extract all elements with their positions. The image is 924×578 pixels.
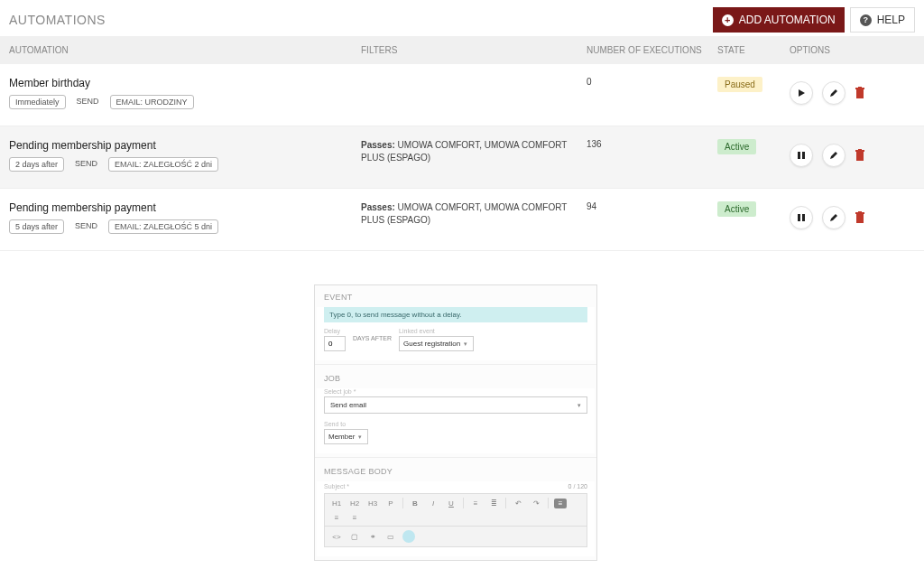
mail-chip: EMAIL: ZALEGŁOŚĆ 5 dni	[108, 219, 218, 234]
edit-button[interactable]	[822, 81, 845, 105]
status-badge: Active	[717, 201, 756, 217]
subject-count: 0 / 120	[568, 483, 587, 489]
edit-button[interactable]	[822, 144, 845, 167]
delay-input[interactable]	[324, 336, 346, 351]
svg-rect-1	[856, 89, 864, 98]
add-automation-label: ADD AUTOMATION	[739, 14, 836, 26]
status-badge: Paused	[717, 77, 762, 92]
linked-event-value: Guest registration	[403, 340, 460, 348]
svg-rect-3	[858, 87, 862, 88]
event-section-title: EVENT	[315, 285, 596, 307]
linked-event-select[interactable]: Guest registration ▾	[399, 336, 474, 351]
send-to-value: Member	[328, 433, 355, 441]
linked-event-label: Linked event	[399, 328, 474, 334]
delay-chip: Immediately	[9, 95, 66, 109]
align-center-button[interactable]: ≡	[330, 514, 343, 522]
filters-label: Passes:	[361, 140, 395, 150]
editor-toolbar-2: <> ▢ ⚭ ▭	[324, 527, 587, 547]
redo-button[interactable]: ↷	[530, 499, 542, 508]
underline-button[interactable]: U	[445, 499, 457, 508]
days-after-label: DAYS AFTER	[353, 335, 392, 344]
executions-cell: 94	[587, 201, 717, 234]
mail-chip: EMAIL: ZALEGŁOŚĆ 2 dni	[108, 157, 218, 172]
h1-button[interactable]: H1	[330, 499, 343, 508]
job-section-title: JOB	[315, 367, 596, 388]
select-job-value: Send email	[330, 401, 366, 409]
svg-rect-8	[858, 149, 862, 150]
trash-icon	[855, 87, 865, 99]
help-button[interactable]: ? HELP	[850, 7, 915, 33]
delay-label: Delay	[324, 328, 346, 334]
table-row: Pending membership payment 5 days after …	[0, 189, 924, 251]
play-icon	[797, 89, 806, 98]
send-chip: SEND	[69, 157, 103, 172]
svg-rect-4	[798, 152, 800, 159]
align-left-button[interactable]: ≡	[554, 499, 567, 508]
delete-button[interactable]	[855, 87, 865, 99]
plus-icon: +	[722, 14, 734, 26]
send-chip: SEND	[71, 95, 105, 109]
delete-button[interactable]	[855, 149, 865, 162]
col-header-automation: AUTOMATION	[9, 45, 361, 55]
insert-variable-button[interactable]	[402, 530, 415, 543]
question-icon: ?	[860, 14, 872, 26]
pause-button[interactable]	[790, 206, 813, 229]
svg-marker-0	[799, 89, 805, 97]
select-job-label: Select job *	[324, 388, 587, 395]
event-hint: Type 0, to send message without a delay.	[324, 307, 587, 322]
send-to-select[interactable]: Member ▾	[324, 429, 368, 444]
col-header-options: OPTIONS	[790, 45, 898, 55]
code-button[interactable]: <>	[330, 533, 343, 541]
delay-chip: 2 days after	[9, 157, 64, 172]
svg-rect-12	[855, 212, 864, 214]
h3-button[interactable]: H3	[366, 499, 379, 508]
play-button[interactable]	[790, 81, 813, 105]
edit-button[interactable]	[822, 206, 845, 229]
delay-chip: 5 days after	[9, 219, 64, 234]
image-button[interactable]: ▢	[348, 533, 361, 541]
video-button[interactable]: ▭	[384, 533, 397, 541]
trash-icon	[855, 149, 865, 162]
undo-button[interactable]: ↶	[512, 499, 524, 508]
list-ul-button[interactable]: ≡	[469, 499, 482, 508]
table-row: Pending membership payment 2 days after …	[0, 126, 924, 189]
list-ol-button[interactable]: ≣	[487, 499, 500, 508]
filters-cell: Passes: UMOWA COMFORT, UMOWA COMFORT PLU…	[361, 139, 587, 172]
chevron-down-icon: ▾	[578, 402, 581, 409]
pencil-icon	[829, 213, 838, 222]
italic-button[interactable]: I	[427, 499, 439, 508]
add-automation-button[interactable]: + ADD AUTOMATION	[713, 7, 845, 33]
bold-button[interactable]: B	[409, 499, 421, 508]
trash-icon	[855, 211, 865, 224]
svg-rect-7	[855, 150, 864, 152]
table-header: AUTOMATION FILTERS NUMBER OF EXECUTIONS …	[0, 36, 924, 64]
pause-icon	[797, 213, 806, 222]
p-button[interactable]: P	[384, 499, 397, 508]
link-button[interactable]: ⚭	[366, 533, 379, 541]
filters-cell	[361, 77, 587, 109]
svg-rect-9	[798, 214, 800, 221]
delete-button[interactable]	[855, 211, 865, 224]
subject-label: Subject *	[324, 483, 349, 489]
svg-rect-2	[855, 88, 864, 89]
message-section-title: MESSAGE BODY	[315, 460, 596, 481]
svg-rect-13	[858, 211, 862, 212]
editor-toolbar: H1 H2 H3 P B I U ≡ ≣ ↶ ↷ ≡ ≡ ≡	[324, 493, 587, 527]
page-title: AUTOMATIONS	[9, 13, 106, 27]
pause-button[interactable]	[790, 144, 813, 167]
pause-icon	[797, 151, 806, 160]
chevron-down-icon: ▾	[464, 340, 467, 348]
svg-rect-11	[856, 214, 864, 223]
col-header-executions: NUMBER OF EXECUTIONS	[587, 45, 717, 55]
svg-rect-5	[802, 152, 805, 159]
filters-label: Passes:	[361, 202, 395, 212]
h2-button[interactable]: H2	[348, 499, 361, 508]
status-badge: Active	[717, 139, 756, 154]
col-header-filters: FILTERS	[361, 45, 587, 55]
chevron-down-icon: ▾	[358, 434, 362, 441]
select-job-select[interactable]: Send email ▾	[324, 396, 587, 414]
pencil-icon	[829, 151, 838, 160]
help-label: HELP	[877, 14, 905, 26]
align-right-button[interactable]: ≡	[348, 514, 361, 522]
executions-cell: 0	[587, 77, 717, 109]
